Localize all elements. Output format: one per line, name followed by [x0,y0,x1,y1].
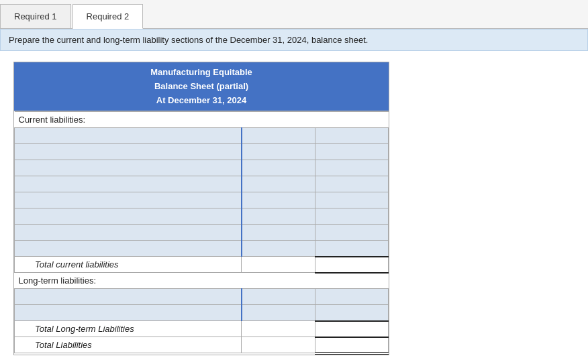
instruction-bar: Prepare the current and long-term liabil… [0,29,588,51]
lt-amt1-1[interactable] [246,292,311,302]
lt-label-2[interactable] [19,308,237,318]
lt-amt2-2[interactable] [320,308,384,318]
tab-required2-label: Required 2 [87,11,130,21]
cl-amt1-3[interactable] [246,163,311,173]
cl-amt2-4[interactable] [320,179,384,189]
table-row [15,241,389,257]
cl-amt2-3[interactable] [320,163,384,173]
cl-label-5[interactable] [19,195,237,205]
cl-amt2-7[interactable] [320,227,384,237]
cl-label-2[interactable] [19,147,237,157]
cl-amt2-1[interactable] [320,131,384,141]
total-current-row: Total current liabilities [15,257,389,273]
tab-required2[interactable]: Required 2 [72,4,144,29]
total-liabilities-label: Total Liabilities [15,337,242,353]
cl-label-6[interactable] [19,211,237,221]
cl-amt1-5[interactable] [246,195,311,205]
current-liabilities-header: Current liabilities: [15,112,389,128]
cl-label-8[interactable] [19,243,237,253]
total-liabilities-row: Total Liabilities [15,337,389,353]
bs-date: At December 31, 2024 [14,94,389,108]
table-row [15,144,389,160]
cl-label-7[interactable] [19,227,237,237]
bs-title: Balance Sheet (partial) [14,80,389,94]
table-row [15,176,389,192]
tab-required1[interactable]: Required 1 [0,4,71,28]
current-col2-header [315,112,388,128]
total-longterm-row: Total Long-term Liabilities [15,321,389,337]
current-liabilities-label: Current liabilities: [15,112,242,128]
instruction-text: Prepare the current and long-term liabil… [9,35,368,45]
lt-amt1-2[interactable] [246,308,311,318]
cl-label-1[interactable] [19,131,237,141]
lt-label-1[interactable] [19,292,237,302]
table-row [15,289,389,305]
table-row [15,192,389,208]
table-row [15,305,389,321]
table-row [15,160,389,176]
bs-table: Current liabilities: [14,111,389,355]
total-current-amount[interactable] [320,259,384,269]
cl-amt1-6[interactable] [246,211,311,221]
total-longterm-label: Total Long-term Liabilities [15,321,242,337]
table-row [15,128,389,144]
cl-amt1-4[interactable] [246,179,311,189]
table-row [15,208,389,225]
main-content: Manufacturing Equitable Balance Sheet (p… [0,51,588,364]
longterm-liabilities-label: Long-term liabilities: [15,273,242,289]
total-current-label: Total current liabilities [15,257,242,273]
cl-amt2-5[interactable] [320,195,384,205]
longterm-liabilities-header: Long-term liabilities: [15,273,389,289]
cl-amt1-2[interactable] [246,147,311,157]
tab-required1-label: Required 1 [14,11,57,21]
lt-amt2-1[interactable] [320,292,384,302]
cl-amt1-8[interactable] [246,243,311,253]
current-col1-header [242,112,315,128]
cl-label-3[interactable] [19,163,237,173]
company-name: Manufacturing Equitable [14,66,389,80]
table-row [15,225,389,241]
cl-amt1-1[interactable] [246,131,311,141]
total-longterm-amount[interactable] [320,324,384,334]
cl-amt2-8[interactable] [320,243,384,253]
bs-header: Manufacturing Equitable Balance Sheet (p… [14,62,389,111]
cl-label-4[interactable] [19,179,237,189]
cl-amt1-7[interactable] [246,227,311,237]
cl-amt2-6[interactable] [320,211,384,221]
balance-sheet-container: Manufacturing Equitable Balance Sheet (p… [13,62,389,355]
total-liabilities-amount[interactable] [320,340,384,350]
tab-bar: Required 1 Required 2 [0,0,588,29]
cl-amt2-2[interactable] [320,147,384,157]
